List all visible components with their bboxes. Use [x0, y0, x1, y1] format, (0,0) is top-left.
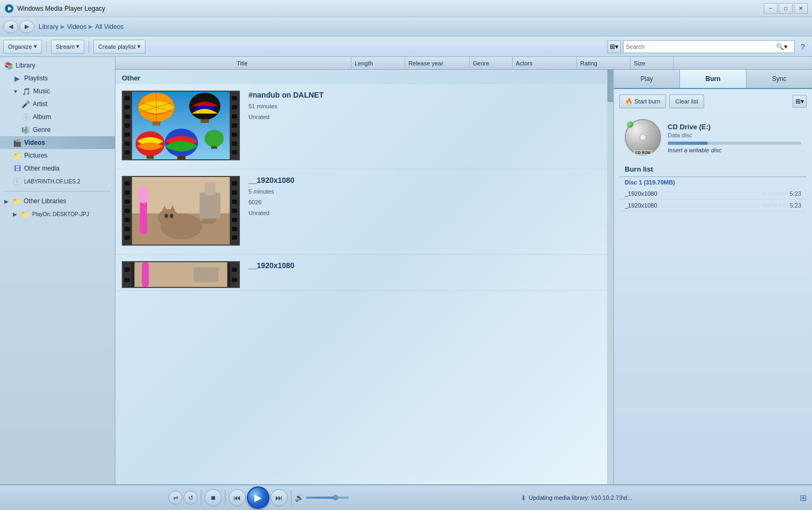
sidebar-label-artist: Artist	[33, 100, 47, 108]
search-box: 🔍 ▾	[623, 40, 795, 53]
tab-play[interactable]: Play	[614, 70, 680, 88]
col-length-header[interactable]: Length	[352, 57, 405, 69]
sidebar-item-library[interactable]: 📚 Library	[0, 59, 115, 72]
sidebar-item-other-libraries[interactable]: ▶ 📁 Other Libraries	[0, 195, 115, 208]
start-burn-button[interactable]: 🔥 Start burn	[619, 94, 666, 108]
video-length-1: 51 minutes	[248, 101, 607, 112]
other-libraries-icon: 📁	[12, 197, 21, 205]
volume-thumb[interactable]	[333, 495, 338, 500]
music-icon: 🎵	[22, 87, 31, 95]
video-info-2: __1920x1080 5 minutes 6026 Unrated	[248, 176, 607, 218]
library-icon: 📚	[4, 62, 13, 70]
navbar: ◀ ▶ Library ▶ Videos ▶ All Videos	[0, 17, 812, 36]
toolbar-right: ⊞ ▾ 🔍 ▾ ?	[607, 40, 809, 53]
cd-indicator	[627, 121, 633, 128]
sidebar-item-genre[interactable]: 🎼 Genre	[0, 123, 115, 136]
sidebar-item-pictures[interactable]: 📁 Pictures	[0, 149, 115, 162]
sidebar-item-videos[interactable]: 🎬 Videos	[0, 136, 115, 149]
status-download-icon: ⬇	[521, 494, 526, 502]
stop-button[interactable]: ■	[204, 489, 222, 506]
close-button[interactable]: ✕	[794, 3, 808, 14]
cd-rom-label: CD ROM	[634, 150, 652, 155]
list-item: __1920x1080 5 minutes 6026 Unrated	[115, 169, 613, 255]
other-libraries-expand-icon: ▶	[4, 198, 9, 204]
column-headers: Title Length Release year Genre Actors R…	[115, 57, 812, 70]
lower-area: Other	[115, 70, 812, 484]
stream-button[interactable]: Stream ▾	[51, 40, 84, 54]
sidebar-item-labyrinth[interactable]: 💿 LABYRINTH.OF.LIES.2	[0, 175, 115, 188]
tab-burn[interactable]: Burn	[680, 70, 746, 88]
search-dropdown[interactable]: ▾	[784, 43, 787, 50]
col-genre-header[interactable]: Genre	[470, 57, 513, 69]
svg-point-29	[165, 214, 168, 218]
maximize-button[interactable]: □	[779, 3, 793, 14]
album-icon: 💿	[21, 113, 30, 121]
breadcrumb-sep2: ▶	[89, 24, 93, 29]
col-releaseyear-header[interactable]: Release year	[405, 57, 470, 69]
volume-area: 🔊	[295, 493, 349, 502]
forward-button[interactable]: ▶	[19, 20, 34, 33]
video-title-1: #nandub on DALNET	[248, 91, 607, 99]
burn-list-header: Burn list	[619, 162, 807, 177]
search-input[interactable]	[626, 43, 776, 50]
status-text: ⬇ Updating media library: \\10.10.2.73\d…	[521, 494, 632, 502]
video-rating-1: Unrated	[248, 112, 607, 123]
svg-rect-31	[200, 193, 221, 218]
statusbar: ⇌ ↺ ■ ⏮ ▶ ⏭ 🔊 ⬇ Updating media library: …	[0, 484, 812, 510]
sidebar-item-album[interactable]: 💿 Album	[0, 110, 115, 123]
cd-notice: Insert a writable disc	[668, 147, 801, 153]
cd-subtitle: Data disc	[668, 132, 801, 138]
playon-expand-icon: ▶	[13, 211, 17, 217]
col-actors-header[interactable]: Actors	[513, 57, 577, 69]
col-rating-header[interactable]: Rating	[577, 57, 631, 69]
sidebar-label-music: Music	[33, 87, 50, 95]
clear-list-button[interactable]: Clear list	[669, 94, 704, 108]
repeat-button[interactable]: ↺	[184, 491, 197, 505]
breadcrumb-allvideos[interactable]: All Videos	[95, 23, 123, 31]
sidebar-item-other-media[interactable]: 🎞 Other media	[0, 162, 115, 175]
volume-icon[interactable]: 🔊	[295, 493, 304, 502]
breadcrumb-library[interactable]: Library	[39, 23, 58, 31]
status-grid-icon[interactable]: ⊞	[800, 493, 807, 503]
create-playlist-arrow: ▾	[137, 43, 141, 50]
breadcrumb-videos[interactable]: Videos	[67, 23, 86, 31]
back-button[interactable]: ◀	[3, 20, 18, 33]
content-area: Title Length Release year Genre Actors R…	[115, 57, 812, 484]
col-title-header[interactable]: Title	[233, 57, 352, 69]
minimize-button[interactable]: −	[764, 3, 778, 14]
sidebar-item-music[interactable]: ▼ 🎵 Music	[0, 85, 115, 98]
list-item: __1920x1080	[115, 255, 613, 291]
col-size-header[interactable]: Size	[631, 57, 674, 69]
view-arrow: ▾	[615, 43, 618, 50]
breadcrumb-sep1: ▶	[61, 24, 65, 29]
video-thumbnail-2[interactable]	[122, 176, 240, 246]
search-icon[interactable]: 🔍	[776, 43, 784, 50]
sidebar-item-playon[interactable]: ▶ 📁 PlayOn: DESKTOP-JPJ	[0, 208, 115, 220]
sidebar-item-playlists[interactable]: ▶ Playlists	[0, 72, 115, 85]
create-playlist-button[interactable]: Create playlist ▾	[93, 40, 145, 54]
scrollbar-thumb[interactable]	[608, 70, 613, 102]
organize-button[interactable]: Organize ▾	[3, 40, 42, 54]
shuffle-button[interactable]: ⇌	[169, 491, 182, 505]
next-button[interactable]: ⏭	[270, 489, 288, 506]
ctrl-sep3	[291, 490, 291, 505]
video-thumbnail-3[interactable]	[122, 261, 240, 288]
tab-sync[interactable]: Sync	[747, 70, 812, 88]
transport-controls: ⇌ ↺ ■ ⏮ ▶ ⏭ 🔊	[169, 486, 349, 509]
video-thumbnail-1[interactable]	[122, 91, 240, 160]
burn-list-item-1: _1920x1080 ☆☆☆☆☆ 5:23	[619, 199, 807, 211]
film-strip-left-3	[123, 262, 131, 287]
burn-view-options[interactable]: ⊞▾	[793, 95, 807, 108]
sidebar-item-artist[interactable]: 🎤 Artist	[0, 98, 115, 110]
sidebar-library-section: 📚 Library ▶ Playlists ▼ 🎵 Music 🎤 Artist…	[0, 57, 115, 190]
video-year-2: 6026	[248, 197, 607, 208]
view-options-button[interactable]: ⊞ ▾	[607, 40, 621, 53]
volume-slider[interactable]	[306, 497, 349, 499]
videos-icon: 🎬	[13, 139, 21, 147]
play-button[interactable]: ▶	[247, 486, 269, 509]
prev-button[interactable]: ⏮	[229, 489, 246, 506]
film-strip-left-1	[123, 92, 131, 159]
scrollbar-track[interactable]	[607, 70, 613, 484]
help-button[interactable]: ?	[797, 41, 809, 53]
status-extra: ⊞	[800, 493, 807, 503]
